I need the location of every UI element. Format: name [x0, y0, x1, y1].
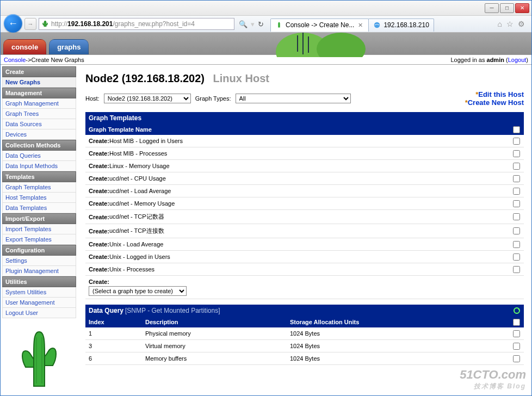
favicon-cacti-icon	[275, 21, 283, 29]
sidebar-item-user-management[interactable]: User Management	[2, 298, 76, 308]
template-checkbox[interactable]	[513, 138, 520, 145]
edit-host-link[interactable]: *Edit this Host	[465, 90, 524, 98]
sidebar-item-host-templates[interactable]: Host Templates	[2, 193, 76, 203]
select-all-templates-checkbox[interactable]	[513, 126, 520, 133]
template-checkbox[interactable]	[513, 188, 520, 195]
forward-button[interactable]: →	[24, 18, 36, 30]
sidebar-item-data-sources[interactable]: Data Sources	[2, 119, 76, 129]
sidebar-item-data-input-methods[interactable]: Data Input Methods	[2, 161, 76, 171]
select-all-dq-checkbox[interactable]	[513, 319, 520, 326]
dq-checkbox[interactable]	[513, 330, 520, 337]
sidebar-item-import-templates[interactable]: Import Templates	[2, 224, 76, 234]
host-select[interactable]: Node2 (192.168.18.202)	[104, 94, 191, 103]
main-content: Node2 (192.168.18.202) Linux Host Host: …	[78, 65, 531, 395]
template-checkbox[interactable]	[513, 266, 520, 273]
home-icon[interactable]: ⌂	[498, 20, 502, 28]
banner-cactus-art	[270, 33, 379, 57]
cacti-logo	[15, 326, 64, 393]
template-row: Create: ucd/net - Load Average	[85, 185, 524, 197]
dataquery-column-header: Index Description Storage Allocation Uni…	[85, 317, 524, 327]
window-titlebar: ─ □ ✕	[1, 1, 531, 16]
graphs-tab[interactable]: graphs	[49, 39, 89, 54]
page-title: Node2 (192.168.18.202) Linux Host	[85, 72, 524, 85]
sidebar-header: Templates	[2, 171, 76, 182]
sidebar-item-new-graphs[interactable]: New Graphs	[2, 77, 76, 88]
console-tab[interactable]: console	[3, 39, 46, 54]
sidebar-item-graph-trees[interactable]: Graph Trees	[2, 109, 76, 119]
logout-link[interactable]: Logout	[508, 57, 527, 63]
favicon-ie-icon	[373, 21, 381, 29]
back-button[interactable]: ←	[4, 14, 22, 33]
sidebar-item-data-templates[interactable]: Data Templates	[2, 203, 76, 213]
refresh-icon[interactable]: ↻	[258, 20, 264, 28]
template-row: Create: Host MIB - Processes	[85, 147, 524, 160]
template-row: Create: Unix - Load Average	[85, 238, 524, 251]
browser-tab-2[interactable]: 192.168.18.210	[368, 18, 434, 32]
favicon-cacti-icon	[41, 20, 49, 28]
browser-toolbar: ← → http://192.168.18.201/graphs_new.php…	[1, 16, 531, 33]
template-checkbox[interactable]	[513, 175, 520, 182]
sidebar-item-system-utilities[interactable]: System Utilities	[2, 287, 76, 298]
current-user: admin	[487, 57, 504, 63]
sidebar-item-graph-management[interactable]: Graph Management	[2, 98, 76, 109]
create-host-link[interactable]: *Create New Host	[465, 98, 524, 107]
window-maximize-button[interactable]: □	[500, 3, 514, 13]
tab-title: 192.168.18.210	[383, 21, 429, 29]
graph-types-label: Graph Types:	[195, 95, 231, 102]
dataquery-row[interactable]: 1Physical memory1024 Bytes	[85, 327, 524, 340]
tools-icon[interactable]: ⚙	[518, 20, 525, 28]
sidebar-header: Create	[2, 66, 76, 77]
template-checkbox[interactable]	[513, 163, 520, 170]
sidebar-header: Collection Methods	[2, 140, 76, 151]
template-checkbox[interactable]	[513, 200, 520, 207]
data-query-header: Data Query [SNMP - Get Mounted Partition…	[85, 305, 524, 317]
app-banner: console graphs	[1, 33, 531, 54]
template-row: Create: Unix - Processes	[85, 263, 524, 276]
sidebar-item-graph-templates[interactable]: Graph Templates	[2, 182, 76, 193]
template-row: Create: ucd/net - TCP记数器	[85, 210, 524, 224]
create-graph-type-select[interactable]: (Select a graph type to create)	[89, 286, 187, 296]
template-checkbox[interactable]	[513, 213, 520, 220]
sidebar-header: Import/Export	[2, 213, 76, 224]
tab-title: Console -> Create Ne...	[286, 21, 354, 29]
template-row: Create: ucd/net - TCP连接数	[85, 224, 524, 238]
sidebar-item-export-templates[interactable]: Export Templates	[2, 234, 76, 245]
template-checkbox[interactable]	[513, 227, 520, 234]
templates-column-header: Graph Template Name	[85, 124, 524, 135]
window-minimize-button[interactable]: ─	[485, 3, 499, 13]
sidebar-item-plugin-management[interactable]: Plugin Management	[2, 266, 76, 276]
dq-checkbox[interactable]	[513, 343, 520, 350]
template-checkbox[interactable]	[513, 150, 520, 157]
sidebar: CreateNew GraphsManagementGraph Manageme…	[1, 65, 78, 395]
sidebar-item-settings[interactable]: Settings	[2, 256, 76, 266]
sidebar-item-logout-user[interactable]: Logout User	[2, 308, 76, 318]
breadcrumb: Console -> Create New Graphs Logged in a…	[1, 54, 531, 65]
dataquery-row[interactable]: 3Virtual memory1024 Bytes	[85, 340, 524, 352]
reload-icon[interactable]	[513, 307, 521, 314]
search-icon[interactable]: 🔍	[239, 20, 248, 28]
sidebar-header: Utilities	[2, 276, 76, 287]
tab-close-icon[interactable]: ✕	[357, 22, 364, 29]
dq-checkbox[interactable]	[513, 355, 520, 362]
sidebar-item-data-queries[interactable]: Data Queries	[2, 151, 76, 161]
create-select-label: Create:	[89, 279, 109, 285]
graph-types-select[interactable]: All	[236, 94, 351, 103]
template-row: Create: ucd/net - CPU Usage	[85, 172, 524, 185]
breadcrumb-current: Create New Graphs	[31, 57, 84, 63]
template-row: Create: Unix - Logged in Users	[85, 251, 524, 263]
breadcrumb-console-link[interactable]: Console	[4, 57, 26, 63]
graph-templates-header: Graph Templates	[85, 112, 524, 124]
url-text: http://192.168.18.201/graphs_new.php?hos…	[51, 20, 195, 28]
template-checkbox[interactable]	[513, 253, 520, 261]
browser-tab-1[interactable]: Console -> Create Ne... ✕	[270, 18, 369, 32]
window-close-button[interactable]: ✕	[515, 3, 529, 13]
address-bar[interactable]: http://192.168.18.201/graphs_new.php?hos…	[39, 18, 234, 30]
template-row: Create: ucd/net - Memory Usage	[85, 197, 524, 210]
sidebar-header: Management	[2, 88, 76, 98]
sidebar-item-devices[interactable]: Devices	[2, 129, 76, 140]
sidebar-header: Configuration	[2, 245, 76, 256]
template-row: Create: Host MIB - Logged in Users	[85, 135, 524, 147]
favorites-icon[interactable]: ☆	[506, 20, 514, 28]
dataquery-row[interactable]: 6Memory buffers1024 Bytes	[85, 352, 524, 365]
template-checkbox[interactable]	[513, 241, 520, 248]
